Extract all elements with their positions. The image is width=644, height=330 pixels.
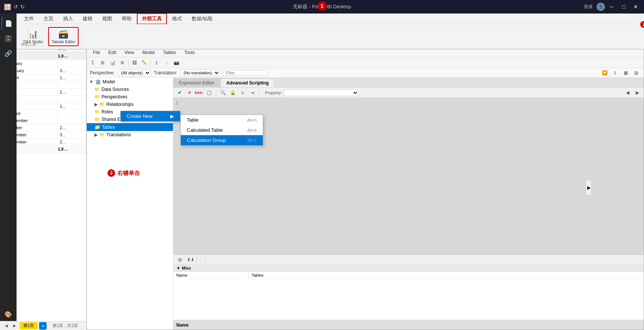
row-cy: [58, 96, 86, 102]
sidebar-report-icon[interactable]: 📄: [2, 17, 15, 30]
login-label: 登录: [584, 4, 593, 10]
tree-expand-icon: ▼: [89, 79, 94, 84]
expr-copy-btn[interactable]: 📋: [205, 89, 213, 96]
menu-external-tools[interactable]: 外部工具: [137, 13, 167, 24]
translation-select[interactable]: (No translation): [180, 69, 220, 76]
tree-translations-label: Translations: [106, 132, 131, 137]
sidebar-format-icon[interactable]: 🎨: [2, 307, 15, 321]
next-page-btn[interactable]: ▶: [11, 322, 18, 329]
layout-icon1[interactable]: ▦: [621, 69, 630, 77]
tree-perspectives-label: Perspectives: [102, 94, 127, 99]
filter-input[interactable]: [223, 70, 268, 76]
menu-home[interactable]: 主页: [39, 14, 58, 24]
tabular-editor-button[interactable]: 🗃️ Tabular Editor 2: [48, 27, 79, 46]
menu-bar: 文件 主页 插入 建模 视图 帮助 外部工具 格式 数据/钻取: [17, 14, 644, 24]
window-controls-left: 🪟 ↺ ↻: [0, 3, 29, 11]
te-toolbar-edit[interactable]: ✏️: [140, 59, 149, 67]
context-menu-create-new[interactable]: Create New ▶: [121, 111, 180, 121]
te-toolbar-chart[interactable]: 📊: [108, 59, 117, 67]
columns-icon[interactable]: ⫿: [611, 69, 620, 77]
tree-model-icon: 🏛️: [95, 79, 101, 84]
expr-lock-btn[interactable]: 🔒: [229, 89, 237, 96]
menu-help[interactable]: 帮助: [117, 14, 136, 24]
te-bottom-grid-btn[interactable]: ⊞: [176, 256, 185, 264]
tree-relationships[interactable]: ▶ 📁 Relationships: [87, 101, 173, 108]
te-bottom-panel: ⊞ ⬆⬇ 📄 ▼ Misc Name Tables: [173, 255, 644, 330]
tabular-editor-label: Tabular Editor: [52, 40, 75, 44]
tree-tables[interactable]: 📁 Tables: [87, 123, 173, 131]
submenu-calculated-table[interactable]: Calculated Table Alt+6: [181, 125, 263, 135]
tree-translations[interactable]: ▶ 📁 Translations: [87, 131, 173, 139]
filter-icon[interactable]: 🔽: [600, 69, 609, 77]
expr-format-btn[interactable]: ⇥: [248, 89, 256, 96]
row-cy: 1,9…: [56, 53, 86, 60]
close-button[interactable]: ✕: [630, 2, 641, 12]
expr-search-btn[interactable]: 🔍: [219, 89, 227, 96]
expr-tabs: Expression Editor Advanced Scripting: [173, 78, 644, 87]
redo-btn[interactable]: ↻: [20, 4, 25, 10]
te-bottom-sort-btn[interactable]: ⬆⬇: [186, 256, 195, 264]
te-toolbar-grid[interactable]: ⊞: [98, 59, 107, 67]
te-menu-tools[interactable]: Tools: [180, 49, 199, 56]
right-panel-expand-btn[interactable]: ▶: [586, 180, 591, 195]
perspective-select[interactable]: (All objects): [118, 69, 151, 76]
tree-datasources[interactable]: 📁 Data Sources: [87, 86, 173, 93]
misc-row[interactable]: Name Tables: [173, 272, 644, 279]
row-cy: [58, 110, 86, 117]
row-cy: [58, 60, 86, 67]
expr-x-btn[interactable]: ✕: [185, 89, 194, 96]
tab-expression-editor[interactable]: Expression Editor: [173, 78, 220, 87]
expr-dax-btn[interactable]: DAX↓: [195, 89, 203, 96]
row-cy: 2…: [58, 139, 86, 145]
sidebar-data-icon[interactable]: 🗄️: [2, 32, 15, 45]
user-avatar[interactable]: 👤: [597, 3, 605, 11]
tree-model[interactable]: ▼ 🏛️ Model: [87, 78, 173, 86]
expr-toolbar: ✔ ✕ DAX↓ 📋 🔍 🔒 ≡ ⇥ Property: ◀ ▶: [173, 87, 644, 98]
te-toolbar-sum[interactable]: Σ: [88, 59, 97, 67]
page-tab[interactable]: 第1页: [20, 322, 38, 329]
undo-btn[interactable]: ↺: [14, 4, 18, 10]
menu-file[interactable]: 文件: [20, 14, 38, 24]
calc-group-label: Calculation Group: [187, 137, 226, 143]
te-bottom-doc-btn[interactable]: 📄: [199, 256, 208, 264]
te-toolbar-img[interactable]: 🖼: [130, 59, 139, 67]
menu-insert[interactable]: 插入: [59, 14, 77, 24]
misc-label: Misc: [182, 266, 191, 270]
te-menu-edit[interactable]: Edit: [105, 49, 120, 56]
property-select[interactable]: [283, 89, 359, 96]
layout-icon2[interactable]: ▤: [632, 69, 641, 77]
submenu-calculation-group[interactable]: Calculation Group Alt+7: [181, 135, 263, 145]
folder-icon: 📁: [94, 124, 100, 130]
maximize-button[interactable]: □: [618, 2, 629, 12]
te-toolbar-settings[interactable]: ⚙: [118, 59, 127, 67]
add-page-btn[interactable]: +: [39, 322, 47, 330]
tab-advanced-scripting[interactable]: Advanced Scripting: [221, 78, 274, 87]
sidebar-model-icon[interactable]: 🔗: [2, 47, 15, 60]
table-label: Table: [187, 117, 199, 123]
expr-fwd-btn[interactable]: ▶: [633, 89, 641, 96]
row-cy: [58, 117, 86, 124]
te-bottom-name-bar: Name: [173, 320, 644, 330]
te-menu-view[interactable]: View: [121, 49, 138, 56]
tree-roles-label: Roles: [102, 109, 113, 115]
expr-back-btn[interactable]: ◀: [623, 89, 632, 96]
te-toolbar-cam[interactable]: 📷: [172, 59, 181, 67]
minimize-button[interactable]: ─: [606, 2, 617, 12]
expr-check-btn[interactable]: ✔: [176, 89, 184, 96]
menu-view[interactable]: 视图: [98, 14, 117, 24]
folder-icon: 📁: [94, 94, 100, 99]
te-menu-tables[interactable]: Tables: [159, 49, 180, 56]
te-bottom-sep: [197, 257, 197, 263]
expr-lines-btn[interactable]: ≡: [238, 89, 247, 96]
menu-format[interactable]: 格式: [168, 14, 186, 24]
menu-data[interactable]: 数据/钻取: [187, 14, 217, 24]
te-menu-file[interactable]: File: [89, 49, 104, 56]
tree-perspectives[interactable]: 📁 Perspectives: [87, 93, 173, 101]
te-toolbar-sep2: [150, 59, 151, 66]
te-toolbar-cols[interactable]: ⫿: [152, 59, 161, 67]
te-toolbar-down[interactable]: ↓: [162, 59, 171, 67]
submenu-table[interactable]: Table Alt+5: [181, 115, 263, 125]
menu-model[interactable]: 建模: [78, 14, 97, 24]
te-menu-model[interactable]: Model: [139, 49, 159, 56]
prev-page-btn[interactable]: ◀: [3, 322, 10, 329]
